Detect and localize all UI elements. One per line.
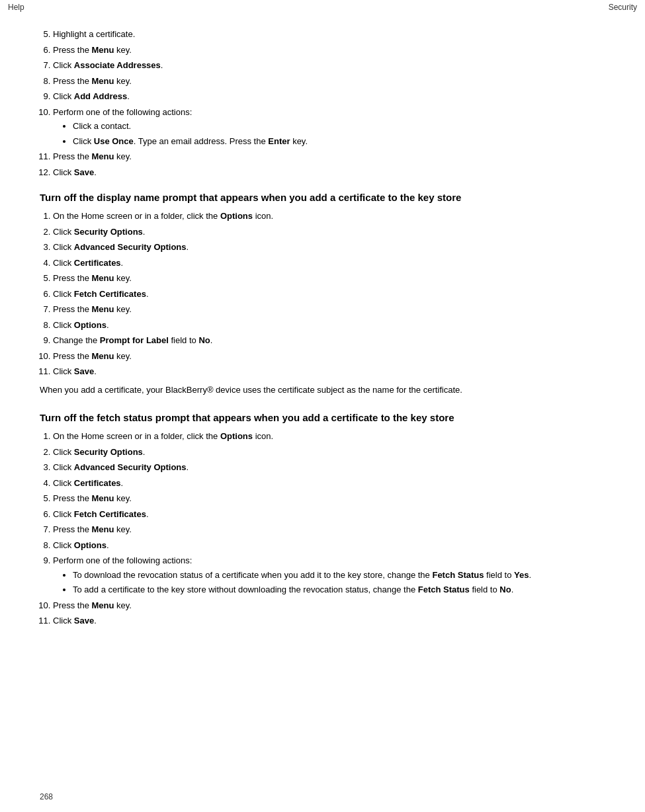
list-item: Click Fetch Certificates. <box>53 508 605 521</box>
list-item: Click Fetch Certificates. <box>53 288 605 301</box>
list-item: Change the Prompt for Label field to No. <box>53 334 605 347</box>
header-right: Security <box>609 3 637 12</box>
page-content: Highlight a certificate. Press the Menu … <box>0 15 645 670</box>
list-item: Click a contact. <box>73 120 605 133</box>
list-item: Press the Menu key. <box>53 150 605 163</box>
list-item: Press the Menu key. <box>53 272 605 285</box>
sub-list: Click a contact. Click Use Once. Type an… <box>73 120 605 147</box>
page-number: 268 <box>40 792 53 801</box>
list-item: Click Use Once. Type an email address. P… <box>73 135 605 148</box>
list-item: Press the Menu key. <box>53 350 605 363</box>
list-item: Click Certificates. <box>53 477 605 490</box>
header-left: Help <box>8 3 24 12</box>
list-item: Click Security Options. <box>53 446 605 459</box>
list-item: Click Advanced Security Options. <box>53 461 605 474</box>
list-item: Click Certificates. <box>53 257 605 270</box>
list-item: On the Home screen or in a folder, click… <box>53 430 605 443</box>
page-footer: 268 <box>40 792 53 801</box>
list-item: On the Home screen or in a folder, click… <box>53 210 605 223</box>
list-item: Click Security Options. <box>53 225 605 239</box>
page-header: Help Security <box>0 0 645 15</box>
list-item: Press the Menu key. <box>53 599 605 612</box>
list-item: Press the Menu key. <box>53 303 605 316</box>
initial-steps-list: Highlight a certificate. Press the Menu … <box>53 28 605 179</box>
section2: Turn off the fetch status prompt that ap… <box>40 412 605 628</box>
list-item: Click Save. <box>53 614 605 628</box>
list-item: Perform one of the following actions: Cl… <box>53 106 605 148</box>
list-item: Click Options. <box>53 539 605 552</box>
section2-steps-list: On the Home screen or in a folder, click… <box>53 430 605 628</box>
list-item: To add a certificate to the key store wi… <box>73 583 605 596</box>
list-item: Press the Menu key. <box>53 75 605 88</box>
list-item: Click Save. <box>53 365 605 378</box>
section1-steps-list: On the Home screen or in a folder, click… <box>53 210 605 378</box>
list-item: Perform one of the following actions: To… <box>53 554 605 596</box>
initial-steps-section: Highlight a certificate. Press the Menu … <box>40 28 605 179</box>
section1-note: When you add a certificate, your BlackBe… <box>40 384 605 397</box>
list-item: Click Associate Addresses. <box>53 59 605 72</box>
list-item: Click Advanced Security Options. <box>53 241 605 254</box>
section2-title: Turn off the fetch status prompt that ap… <box>40 412 605 423</box>
sub-list: To download the revocation status of a c… <box>73 569 605 596</box>
list-item: Click Options. <box>53 319 605 332</box>
list-item: Click Save. <box>53 166 605 179</box>
list-item: Click Add Address. <box>53 90 605 103</box>
list-item: Press the Menu key. <box>53 523 605 536</box>
list-item: To download the revocation status of a c… <box>73 569 605 582</box>
section1: Turn off the display name prompt that ap… <box>40 192 605 396</box>
section1-title: Turn off the display name prompt that ap… <box>40 192 605 203</box>
list-item: Press the Menu key. <box>53 492 605 505</box>
list-item: Highlight a certificate. <box>53 28 605 41</box>
list-item: Press the Menu key. <box>53 44 605 57</box>
